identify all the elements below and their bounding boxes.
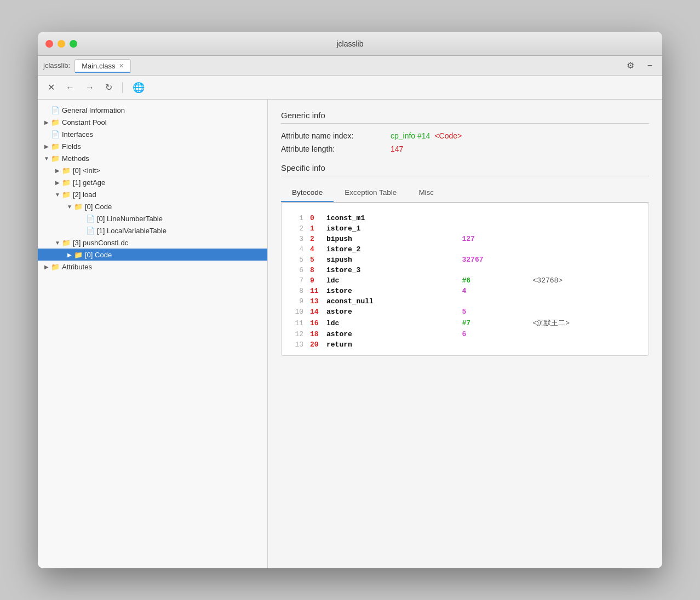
bc-opcode: ldc bbox=[323, 317, 459, 329]
reload-button[interactable]: ↻ bbox=[102, 80, 116, 95]
bc-offset: 2 bbox=[307, 234, 323, 244]
close-button[interactable] bbox=[45, 40, 53, 48]
tab-misc[interactable]: Misc bbox=[408, 184, 445, 202]
sidebar-item-attributes[interactable]: ▶ 📁 Attributes bbox=[38, 261, 267, 273]
minimize-action-button[interactable]: − bbox=[644, 59, 656, 73]
bc-operand bbox=[459, 339, 530, 350]
bc-opcode: istore_1 bbox=[323, 223, 459, 234]
toggle-pushconstldc[interactable]: ▼ bbox=[53, 238, 62, 247]
tab-main-class[interactable]: Main.class ✕ bbox=[74, 59, 130, 72]
bc-offset: 4 bbox=[307, 244, 323, 255]
window-title: jclasslib bbox=[336, 39, 363, 48]
bc-operand: 5 bbox=[459, 307, 530, 317]
sidebar-item-general-information[interactable]: 📄 General Information bbox=[38, 104, 267, 116]
toggle-getage[interactable]: ▶ bbox=[53, 178, 62, 187]
bc-operand[interactable]: #6 bbox=[459, 275, 530, 286]
attr-length-value: 147 bbox=[391, 145, 403, 153]
folder-icon: 📁 bbox=[62, 166, 71, 175]
forward-button[interactable]: → bbox=[82, 80, 97, 95]
bc-linenum: 5 bbox=[290, 255, 307, 265]
bc-offset: 20 bbox=[307, 339, 323, 350]
bc-offset: 13 bbox=[307, 296, 323, 307]
toggle-load[interactable]: ▼ bbox=[53, 190, 62, 199]
toggle-constant-pool[interactable]: ▶ bbox=[42, 118, 51, 126]
app-window: jclasslib jclasslib: Main.class ✕ ⚙ − ✕ … bbox=[38, 32, 662, 568]
toolbar-divider bbox=[122, 82, 123, 93]
sidebar-item-interfaces[interactable]: 📄 Interfaces bbox=[38, 128, 267, 140]
sidebar-item-linenumbertable[interactable]: 📄 [0] LineNumberTable bbox=[38, 212, 267, 224]
bc-comment bbox=[530, 339, 640, 350]
title-bar: jclasslib bbox=[38, 32, 662, 56]
bytecode-row: 811istore4 bbox=[290, 286, 640, 296]
bc-linenum: 8 bbox=[290, 286, 307, 296]
sidebar-item-pushconstldc-code[interactable]: ▶ 📁 [0] Code bbox=[38, 249, 267, 261]
generic-info-divider bbox=[281, 123, 649, 124]
bytecode-row: 1014astore5 bbox=[290, 307, 640, 317]
bc-opcode: astore bbox=[323, 307, 459, 317]
close-toolbar-button[interactable]: ✕ bbox=[44, 80, 58, 95]
bytecode-row: 68istore_3 bbox=[290, 265, 640, 275]
minus-icon: − bbox=[647, 61, 652, 70]
bytecode-row: 79ldc#6<32768> bbox=[290, 275, 640, 286]
attr-name-index-row: Attribute name index: cp_info #14 <Code> bbox=[281, 131, 649, 140]
reload-icon: ↻ bbox=[105, 83, 112, 92]
tab-bar-actions: ⚙ − bbox=[623, 58, 656, 73]
tab-exception-table[interactable]: Exception Table bbox=[334, 184, 408, 202]
bytecode-row: 913aconst_null bbox=[290, 296, 640, 307]
toggle-attributes[interactable]: ▶ bbox=[42, 262, 51, 271]
bc-offset: 11 bbox=[307, 286, 323, 296]
toggle-load-code[interactable]: ▼ bbox=[65, 202, 74, 211]
sidebar-item-load-code[interactable]: ▼ 📁 [0] Code bbox=[38, 200, 267, 212]
sidebar-item-init[interactable]: ▶ 📁 [0] <init> bbox=[38, 164, 267, 176]
tab-close-icon[interactable]: ✕ bbox=[119, 62, 124, 70]
specific-info-title: Specific info bbox=[281, 163, 649, 172]
bytecode-row: 1116ldc#7<沉默王二> bbox=[290, 317, 640, 329]
sidebar-item-methods[interactable]: ▼ 📁 Methods bbox=[38, 152, 267, 164]
bc-linenum: 2 bbox=[290, 223, 307, 234]
bc-operand: 32767 bbox=[459, 255, 530, 265]
sidebar-item-pushconstldc[interactable]: ▼ 📁 [3] pushConstLdc bbox=[38, 236, 267, 249]
toggle-init[interactable]: ▶ bbox=[53, 166, 62, 175]
attr-name-index-value-green[interactable]: cp_info #14 bbox=[391, 131, 430, 140]
bc-linenum: 6 bbox=[290, 265, 307, 275]
bc-operand[interactable]: #7 bbox=[459, 317, 530, 329]
tab-bytecode[interactable]: Bytecode bbox=[281, 184, 334, 202]
bc-linenum: 10 bbox=[290, 307, 307, 317]
minimize-button[interactable] bbox=[58, 40, 65, 48]
toggle-methods[interactable]: ▼ bbox=[42, 154, 51, 163]
sidebar-label: [0] LineNumberTable bbox=[97, 215, 163, 223]
bc-operand: 127 bbox=[459, 234, 530, 244]
sidebar-item-getage[interactable]: ▶ 📁 [1] getAge bbox=[38, 176, 267, 188]
generic-info-title: Generic info bbox=[281, 111, 649, 120]
bc-offset: 0 bbox=[307, 213, 323, 223]
bc-operand bbox=[459, 244, 530, 255]
globe-button[interactable]: 🌐 bbox=[129, 79, 148, 96]
bc-operand: 6 bbox=[459, 329, 530, 339]
toggle-fields[interactable]: ▶ bbox=[42, 142, 51, 151]
bc-offset: 18 bbox=[307, 329, 323, 339]
bc-comment bbox=[530, 255, 640, 265]
bc-linenum: 9 bbox=[290, 296, 307, 307]
toggle-pushconstldc-code[interactable]: ▶ bbox=[65, 250, 74, 259]
folder-icon: 📁 bbox=[74, 203, 83, 211]
bc-comment bbox=[530, 296, 640, 307]
bc-opcode: return bbox=[323, 339, 459, 350]
bc-offset: 8 bbox=[307, 265, 323, 275]
sidebar-item-load[interactable]: ▼ 📁 [2] load bbox=[38, 188, 267, 200]
sidebar-label: [0] Code bbox=[85, 203, 112, 211]
bc-comment bbox=[530, 286, 640, 296]
sidebar-item-fields[interactable]: ▶ 📁 Fields bbox=[38, 140, 267, 152]
maximize-button[interactable] bbox=[70, 40, 77, 48]
sidebar-label: General Information bbox=[62, 106, 125, 114]
settings-button[interactable]: ⚙ bbox=[623, 58, 638, 73]
bytecode-row: 1320return bbox=[290, 339, 640, 350]
file-icon: 📄 bbox=[86, 215, 95, 223]
sidebar-item-localvariabletable[interactable]: 📄 [1] LocalVariableTable bbox=[38, 224, 267, 236]
back-button[interactable]: ← bbox=[62, 80, 78, 95]
sidebar-item-constant-pool[interactable]: ▶ 📁 Constant Pool bbox=[38, 116, 267, 128]
main-area: 📄 General Information ▶ 📁 Constant Pool … bbox=[38, 100, 662, 568]
sidebar-label: Interfaces bbox=[62, 130, 93, 139]
bc-offset: 14 bbox=[307, 307, 323, 317]
tab-prefix: jclasslib: bbox=[43, 61, 70, 70]
bc-opcode: istore_3 bbox=[323, 265, 459, 275]
